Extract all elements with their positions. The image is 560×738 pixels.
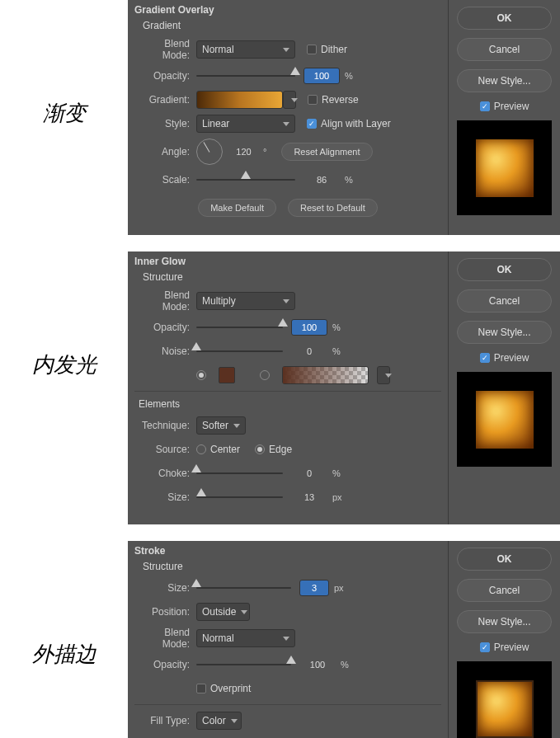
make-default-button[interactable]: Make Default bbox=[198, 199, 276, 217]
reset-alignment-button[interactable]: Reset Alignment bbox=[281, 143, 372, 161]
panel-subtitle: Gradient bbox=[143, 20, 441, 31]
opacity-input[interactable] bbox=[299, 656, 336, 673]
opacity-slider[interactable] bbox=[196, 659, 291, 670]
technique-select[interactable]: Softer bbox=[196, 416, 246, 435]
preview-checkbox[interactable] bbox=[480, 642, 490, 652]
preview-checkbox[interactable] bbox=[480, 101, 490, 111]
size-unit: px bbox=[332, 492, 342, 502]
preview-checkbox[interactable] bbox=[480, 353, 490, 363]
ok-button[interactable]: OK bbox=[457, 548, 552, 571]
panel-title: Gradient Overlay bbox=[134, 4, 441, 16]
size-unit: px bbox=[334, 583, 344, 593]
reverse-checkbox[interactable] bbox=[308, 95, 318, 105]
source-center-radio[interactable] bbox=[196, 444, 206, 454]
position-select[interactable]: Outside bbox=[196, 603, 250, 621]
edge-label: Edge bbox=[269, 444, 292, 455]
dither-checkbox[interactable] bbox=[307, 45, 317, 54]
opacity-input[interactable] bbox=[304, 68, 340, 84]
noise-unit: % bbox=[332, 346, 341, 356]
opacity-slider[interactable] bbox=[196, 70, 295, 82]
size-input[interactable] bbox=[291, 489, 327, 505]
align-label: Align with Layer bbox=[321, 118, 391, 129]
panel-subtitle: Structure bbox=[143, 271, 441, 283]
cancel-button[interactable]: Cancel bbox=[457, 38, 552, 61]
angle-label: Angle: bbox=[134, 146, 196, 157]
align-checkbox[interactable] bbox=[307, 119, 317, 129]
opacity-label: Opacity: bbox=[134, 70, 196, 82]
choke-slider[interactable] bbox=[196, 468, 283, 479]
source-edge-radio[interactable] bbox=[255, 444, 265, 454]
scale-input[interactable] bbox=[304, 172, 340, 188]
position-label: Position: bbox=[134, 606, 196, 618]
size-slider[interactable] bbox=[196, 582, 291, 594]
opacity-label: Opacity: bbox=[134, 659, 196, 670]
size-input[interactable] bbox=[299, 580, 329, 596]
angle-unit: ° bbox=[263, 147, 266, 157]
size-label: Size: bbox=[134, 491, 196, 503]
new-style-button[interactable]: New Style... bbox=[457, 69, 552, 92]
filltype-label: Fill Type: bbox=[134, 715, 196, 726]
blend-mode-select[interactable]: Multiply bbox=[196, 292, 295, 310]
gradient-radio[interactable] bbox=[260, 370, 270, 380]
blend-mode-select[interactable]: Normal bbox=[196, 40, 295, 59]
preview-label: Preview bbox=[494, 352, 529, 364]
opacity-input[interactable] bbox=[291, 319, 327, 336]
preview-label: Preview bbox=[494, 642, 529, 653]
blend-mode-label: Blend Mode: bbox=[134, 38, 196, 61]
choke-unit: % bbox=[332, 468, 341, 478]
size-label: Size: bbox=[134, 582, 196, 594]
filltype-select[interactable]: Color bbox=[196, 712, 242, 730]
opacity-slider[interactable] bbox=[196, 322, 283, 333]
blend-mode-label: Blend Mode: bbox=[134, 627, 196, 650]
choke-input[interactable] bbox=[291, 465, 327, 482]
style-label: Style: bbox=[134, 118, 196, 129]
section-label-stroke: 外描边 bbox=[0, 541, 128, 669]
glow-gradient-swatch[interactable] bbox=[282, 366, 369, 384]
cancel-button[interactable]: Cancel bbox=[457, 579, 552, 602]
ok-button[interactable]: OK bbox=[457, 7, 552, 30]
dither-label: Dither bbox=[321, 44, 347, 55]
cancel-button[interactable]: Cancel bbox=[457, 289, 552, 313]
opacity-unit: % bbox=[345, 71, 353, 81]
preview-label: Preview bbox=[494, 101, 529, 112]
color-radio[interactable] bbox=[196, 370, 206, 380]
ok-button[interactable]: OK bbox=[457, 258, 552, 281]
technique-label: Technique: bbox=[134, 420, 196, 431]
preview-box bbox=[457, 372, 552, 467]
section-label-gradient: 渐变 bbox=[0, 0, 128, 128]
scale-label: Scale: bbox=[134, 174, 196, 186]
gradient-swatch[interactable] bbox=[196, 91, 283, 109]
blend-mode-label: Blend Mode: bbox=[134, 289, 196, 313]
new-style-button[interactable]: New Style... bbox=[457, 610, 552, 633]
center-label: Center bbox=[210, 444, 240, 455]
glow-color-swatch[interactable] bbox=[219, 367, 235, 383]
opacity-label: Opacity: bbox=[134, 322, 196, 333]
angle-dial[interactable] bbox=[196, 139, 223, 165]
scale-unit: % bbox=[345, 175, 353, 185]
stroke-dialog: Stroke Structure Size: px Position: Outs… bbox=[128, 541, 560, 738]
glow-gradient-dropdown[interactable] bbox=[377, 366, 390, 384]
noise-input[interactable] bbox=[291, 343, 327, 360]
noise-slider[interactable] bbox=[196, 345, 283, 357]
panel-title: Inner Glow bbox=[134, 256, 441, 267]
scale-slider[interactable] bbox=[196, 174, 295, 186]
panel-subtitle: Structure bbox=[143, 561, 441, 572]
inner-glow-dialog: Inner Glow Structure Blend Mode: Multipl… bbox=[128, 251, 560, 524]
reverse-label: Reverse bbox=[322, 94, 359, 106]
gradient-picker-dropdown[interactable] bbox=[283, 91, 296, 109]
panel-title: Stroke bbox=[134, 545, 441, 557]
size-slider[interactable] bbox=[196, 491, 283, 503]
elements-subtitle: Elements bbox=[139, 398, 441, 410]
style-select[interactable]: Linear bbox=[196, 115, 295, 133]
gradient-label: Gradient: bbox=[134, 94, 196, 106]
new-style-button[interactable]: New Style... bbox=[457, 321, 552, 344]
preview-box bbox=[457, 661, 552, 738]
opacity-unit: % bbox=[332, 322, 341, 332]
section-label-innerglow: 内发光 bbox=[0, 251, 128, 379]
blend-mode-select[interactable]: Normal bbox=[196, 629, 295, 647]
overprint-label: Overprint bbox=[210, 683, 251, 694]
reset-default-button[interactable]: Reset to Default bbox=[288, 199, 378, 217]
angle-input[interactable] bbox=[229, 143, 258, 160]
gradient-overlay-dialog: Gradient Overlay Gradient Blend Mode: No… bbox=[128, 0, 560, 235]
overprint-checkbox[interactable] bbox=[196, 684, 206, 693]
